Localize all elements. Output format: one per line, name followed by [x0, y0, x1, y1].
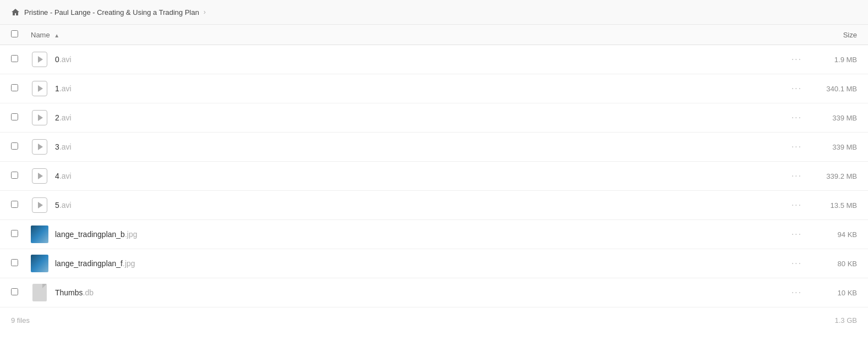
file-type-icon — [31, 167, 48, 185]
row-checkbox[interactable] — [11, 288, 22, 297]
file-name: 0.avi — [55, 55, 785, 64]
file-name: lange_tradingplan_b.jpg — [55, 230, 785, 239]
file-type-icon — [31, 284, 48, 301]
more-options-button[interactable]: ··· — [785, 285, 809, 300]
table-row: 1.avi ··· 340.1 MB — [0, 74, 868, 103]
row-checkbox[interactable] — [11, 172, 22, 180]
breadcrumb-title: Pristine - Paul Lange - Creating & Using… — [24, 8, 199, 16]
file-size: 339 MB — [813, 143, 857, 151]
row-checkbox[interactable] — [11, 259, 22, 268]
row-checkbox[interactable] — [11, 113, 22, 122]
file-name: Thumbs.db — [55, 288, 785, 297]
sort-icon: ▲ — [54, 32, 59, 38]
file-type-icon — [31, 109, 48, 127]
more-options-button[interactable]: ··· — [785, 198, 809, 212]
file-type-icon — [31, 226, 48, 243]
row-checkbox[interactable] — [11, 142, 22, 151]
file-size: 13.5 MB — [813, 201, 857, 210]
table-row: lange_tradingplan_b.jpg ··· 94 KB — [0, 220, 868, 249]
size-column-header: Size — [813, 31, 857, 39]
table-row: 5.avi ··· 13.5 MB — [0, 191, 868, 220]
table-row: Thumbs.db ··· 10 KB — [0, 278, 868, 307]
play-button[interactable] — [32, 197, 47, 213]
table-row: 0.avi ··· 1.9 MB — [0, 45, 868, 74]
file-size: 340.1 MB — [813, 85, 857, 93]
name-column-header[interactable]: Name ▲ — [31, 31, 813, 39]
file-size: 1.9 MB — [813, 56, 857, 64]
select-all-checkbox[interactable] — [11, 30, 22, 39]
row-checkbox[interactable] — [11, 55, 22, 64]
file-type-icon — [31, 196, 48, 214]
row-checkbox[interactable] — [11, 230, 22, 239]
play-button[interactable] — [32, 168, 47, 184]
footer-bar: 9 files 1.3 GB — [0, 307, 868, 333]
table-row: 4.avi ··· 339.2 MB — [0, 162, 868, 191]
play-button[interactable] — [32, 110, 47, 125]
file-type-icon — [31, 138, 48, 156]
row-checkbox[interactable] — [11, 84, 22, 93]
file-size: 94 KB — [813, 230, 857, 239]
file-size: 339 MB — [813, 114, 857, 122]
file-size: 80 KB — [813, 260, 857, 268]
file-list-header: Name ▲ Size — [0, 25, 868, 45]
more-options-button[interactable]: ··· — [785, 169, 809, 183]
file-size: 10 KB — [813, 289, 857, 297]
more-options-button[interactable]: ··· — [785, 227, 809, 241]
play-button[interactable] — [32, 81, 47, 96]
file-name: 5.avi — [55, 201, 785, 210]
file-type-icon — [31, 255, 48, 272]
table-row: 2.avi ··· 339 MB — [0, 103, 868, 133]
file-list: 0.avi ··· 1.9 MB 1.avi ··· 340.1 MB 2.av… — [0, 45, 868, 307]
play-button[interactable] — [32, 139, 47, 155]
total-size: 1.3 GB — [835, 316, 857, 324]
file-name: 3.avi — [55, 142, 785, 151]
more-options-button[interactable]: ··· — [785, 111, 809, 125]
more-options-button[interactable]: ··· — [785, 256, 809, 271]
file-name: 4.avi — [55, 172, 785, 180]
table-row: lange_tradingplan_f.jpg ··· 80 KB — [0, 249, 868, 278]
file-name: 2.avi — [55, 113, 785, 122]
file-name: lange_tradingplan_f.jpg — [55, 259, 785, 268]
file-type-icon — [31, 80, 48, 97]
play-button[interactable] — [32, 52, 47, 67]
home-icon — [11, 8, 20, 16]
file-type-icon — [31, 51, 48, 68]
row-checkbox[interactable] — [11, 201, 22, 210]
breadcrumb: Pristine - Paul Lange - Creating & Using… — [0, 0, 868, 25]
file-count: 9 files — [11, 316, 30, 324]
table-row: 3.avi ··· 339 MB — [0, 133, 868, 162]
more-options-button[interactable]: ··· — [785, 52, 809, 67]
breadcrumb-arrow: › — [204, 8, 206, 16]
file-size: 339.2 MB — [813, 172, 857, 180]
more-options-button[interactable]: ··· — [785, 140, 809, 154]
file-name: 1.avi — [55, 84, 785, 93]
more-options-button[interactable]: ··· — [785, 81, 809, 96]
